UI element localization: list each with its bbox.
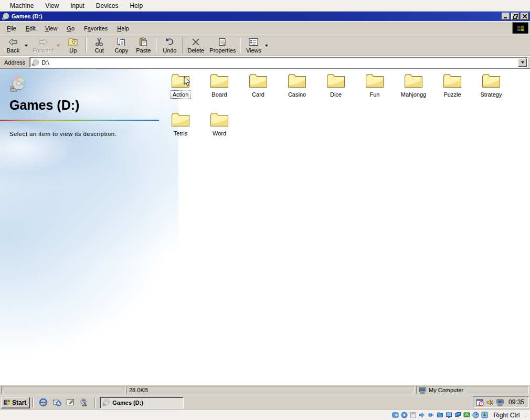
cut-button[interactable]: Cut [88,36,110,55]
menu-item[interactable]: Edit [21,23,40,34]
folder-item[interactable]: Dice [316,73,355,112]
address-bar: Address D:\ [0,56,530,69]
folder-label: Mahjongg [399,90,428,99]
chevron-down-icon [25,45,28,47]
back-dropdown[interactable] [24,36,30,55]
folder-icon [171,112,190,128]
forward-button: Forward [30,36,56,55]
taskbar-separator [94,398,96,407]
taskbar-clock[interactable]: 09:35 [508,398,524,406]
usb-icon[interactable] [428,412,434,418]
folder-icon [210,73,229,89]
toolbar-separator [86,37,87,54]
folder-item[interactable]: Casino [278,73,316,112]
folder-item[interactable]: Tetris [161,112,200,151]
floppy-icon[interactable] [410,412,417,418]
forward-dropdown [56,36,62,55]
address-value: D:\ [41,59,518,66]
delete-button[interactable]: Delete [185,36,207,55]
views-button[interactable]: Views [242,36,264,55]
display-icon[interactable] [446,412,452,418]
views-dropdown[interactable] [264,36,270,55]
folder-icon [443,73,462,89]
start-button[interactable]: Start [1,397,30,408]
show-desktop-icon[interactable] [66,398,75,407]
network-icon[interactable] [463,412,470,418]
properties-icon [218,37,227,47]
folder-item[interactable]: Word [200,112,239,151]
back-icon [8,37,18,47]
folder-label: Puzzle [441,90,463,99]
folder-icon [249,73,268,89]
file-list: Action Board Card Casino [161,73,512,151]
address-input[interactable]: D:\ [29,57,528,68]
features-icon[interactable] [472,412,479,418]
restore-button[interactable] [511,13,520,20]
taskbar-separator [32,398,34,407]
audio-icon[interactable] [419,412,426,418]
keyboard-capture-icon[interactable] [481,412,488,418]
vbox-menu-item[interactable]: Devices [90,1,124,11]
folder-icon [326,73,345,89]
up-folder-icon [68,37,78,47]
menu-item[interactable]: Help [112,23,134,34]
toolbar-separator [156,37,157,54]
folder-label: Word [210,129,228,138]
forward-icon [38,37,48,47]
webview-info-panel: Games (D:) Select an item to view its de… [9,76,167,137]
display-settings-icon[interactable] [496,398,504,406]
optical-disc-icon[interactable] [401,412,408,418]
properties-button[interactable]: Properties [207,36,238,55]
folder-label: Casino [286,90,308,99]
up-button[interactable]: Up [62,36,84,55]
folder-item[interactable]: Board [200,73,239,112]
cd-drive-icon [9,76,26,93]
windows-flag-icon [517,25,524,32]
vbox-menu-item[interactable]: View [39,1,65,11]
menu-item[interactable]: View [40,23,62,34]
folder-icon [288,73,306,89]
toolbar-separator [240,37,241,54]
paste-button[interactable]: Paste [132,36,154,55]
host-key-label: Right Ctrl [493,412,520,419]
folder-item[interactable]: Puzzle [433,73,472,112]
folder-item[interactable]: Mahjongg [394,73,433,112]
volume-icon[interactable] [486,398,494,406]
internet-explorer-icon[interactable] [39,398,48,407]
menu-item[interactable]: Go [62,23,79,34]
system-tray: 09:35 [473,396,529,408]
drive-description: Select an item to view its description. [9,131,167,137]
address-label: Address [2,59,29,66]
back-button[interactable]: Back [2,36,24,55]
channels-icon[interactable] [80,398,89,407]
folder-item[interactable]: Strategy [472,73,511,112]
resize-grip[interactable]: .: [524,412,527,418]
window-title: Games (D:) [12,13,501,19]
folder-item[interactable]: Fun [355,73,394,112]
folder-item[interactable]: Card [239,73,278,112]
minimize-icon [504,14,508,18]
folder-item[interactable]: Action [161,73,200,112]
recording-icon[interactable] [454,412,461,418]
undo-button[interactable]: Undo [158,36,181,55]
copy-button[interactable]: Copy [110,36,132,55]
shared-folders-icon[interactable] [437,412,443,418]
clipboard-icon [139,37,148,47]
status-pane-zone: My Computer [416,386,529,394]
outlook-express-icon[interactable] [52,398,61,407]
vbox-menu-item[interactable]: Input [65,1,90,11]
minimize-button[interactable] [502,13,510,20]
window-titlebar[interactable]: Games (D:) [0,12,530,21]
close-button[interactable] [521,13,529,20]
vbox-menu-item[interactable]: Machine [4,1,39,11]
folder-label: Dice [328,90,344,99]
copy-icon [116,37,126,47]
windows-flag-icon [3,399,10,406]
vbox-menu-item[interactable]: Help [124,1,149,11]
menu-item[interactable]: File [2,23,21,34]
hard-disk-icon[interactable] [392,412,399,418]
menu-item[interactable]: Favorites [79,23,112,34]
taskbar-task-games[interactable]: Games (D:) [100,397,184,408]
address-dropdown-button[interactable] [518,58,527,67]
task-scheduler-icon[interactable] [476,398,484,406]
